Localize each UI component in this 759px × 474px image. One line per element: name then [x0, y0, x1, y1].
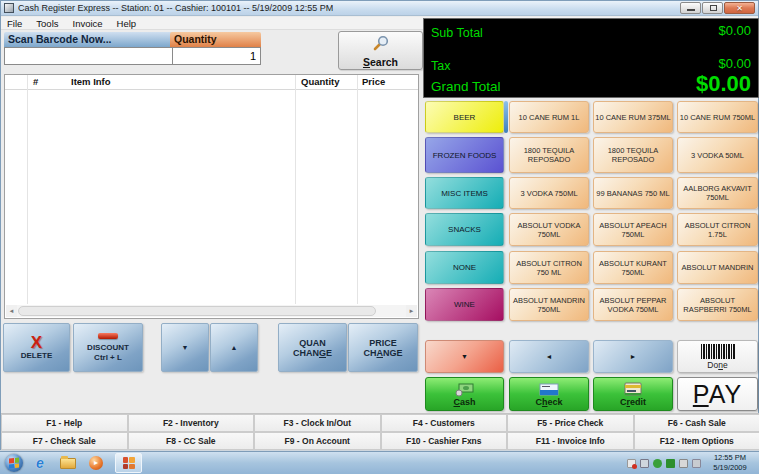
- fkey-f7-check-sale[interactable]: F7 - Check Sale: [1, 432, 128, 450]
- display-icon[interactable]: [640, 459, 649, 468]
- taskbar-active-app[interactable]: [115, 453, 142, 473]
- app-icon: [4, 3, 14, 13]
- fkey-f12-item-options[interactable]: F12 - Item Options: [634, 432, 759, 450]
- quantity-input[interactable]: [172, 47, 261, 65]
- pay-button[interactable]: PAY: [677, 377, 758, 411]
- product-button[interactable]: 10 CANE RUM 1L: [509, 101, 589, 133]
- category-scrollbar[interactable]: [504, 101, 508, 133]
- col-header-number: #: [33, 76, 38, 87]
- fkey-f3-clock[interactable]: F3 - Clock In/Out: [254, 414, 381, 432]
- product-button[interactable]: 1800 TEQUILA REPOSADO: [593, 137, 673, 173]
- discount-button[interactable]: DISCOUNT Ctrl + L: [73, 323, 143, 372]
- category-button-beer[interactable]: BEER: [425, 101, 504, 133]
- scrollbar-track[interactable]: [17, 305, 406, 317]
- product-button[interactable]: ABSOLUT APEACH 750ML: [593, 213, 673, 246]
- product-button[interactable]: ABSOLUT MANDRIN: [677, 251, 758, 284]
- fkey-f4-customers[interactable]: F4 - Customers: [381, 414, 508, 432]
- delete-x-icon: X: [31, 335, 42, 351]
- safely-remove-icon[interactable]: [653, 459, 662, 468]
- check-button[interactable]: Check: [509, 377, 589, 411]
- column-divider: [27, 75, 28, 304]
- product-button[interactable]: 99 BANANAS 750 ML: [593, 177, 673, 209]
- power-icon[interactable]: [679, 459, 688, 468]
- grid-page-down-button[interactable]: ▼: [425, 340, 504, 373]
- move-down-button[interactable]: ▼: [161, 323, 209, 372]
- grid-page-left-button[interactable]: ◄: [509, 340, 589, 373]
- window-title: Cash Register Express -- Station: 01 -- …: [18, 3, 333, 13]
- maximize-button[interactable]: [702, 2, 723, 14]
- fkey-f2-inventory[interactable]: F2 - Inventory: [128, 414, 255, 432]
- fkey-f11-invoice-info[interactable]: F11 - Invoice Info: [507, 432, 634, 450]
- product-button[interactable]: ABSOLUT VODKA 750ML: [509, 213, 589, 246]
- product-button[interactable]: ABSOLUT PEPPAR VODKA 750ML: [593, 288, 673, 321]
- quan-change-label-line2: CHANGE: [293, 348, 332, 358]
- col-header-quantity: Quantity: [301, 76, 340, 87]
- product-button[interactable]: 1800 TEQUILA REPOSADO: [509, 137, 589, 173]
- category-button-snacks[interactable]: SNACKS: [425, 213, 504, 246]
- scrollbar-thumb[interactable]: [18, 306, 376, 316]
- delete-button[interactable]: X DELETE: [3, 323, 70, 372]
- product-button[interactable]: ABSOLUT CITRON 750 ML: [509, 251, 589, 284]
- titlebar[interactable]: Cash Register Express -- Station: 01 -- …: [1, 1, 758, 16]
- close-icon: ✕: [725, 3, 754, 13]
- done-button[interactable]: Done: [677, 340, 758, 373]
- fkey-f9-on-account[interactable]: F9 - On Account: [254, 432, 381, 450]
- horizontal-scrollbar[interactable]: ◄ ►: [6, 305, 417, 317]
- fkey-f8-cc-sale[interactable]: F8 - CC Sale: [128, 432, 255, 450]
- search-button[interactable]: Search: [338, 31, 423, 70]
- action-center-icon[interactable]: [627, 459, 636, 468]
- category-button-frozen-foods[interactable]: FROZEN FOODS: [425, 137, 504, 173]
- product-button[interactable]: ABSOLUT KURANT 750ML: [593, 251, 673, 284]
- internet-explorer-icon[interactable]: e: [29, 454, 51, 472]
- right-arrow-icon: ►: [630, 353, 637, 360]
- check-label: Check: [535, 397, 562, 407]
- menu-file[interactable]: File: [7, 18, 22, 29]
- taskbar-clock[interactable]: 12:55 PM 5/19/2009: [705, 453, 755, 473]
- category-button-misc-items[interactable]: MISC ITEMS: [425, 177, 504, 209]
- network-status-icon[interactable]: [666, 459, 675, 468]
- price-change-button[interactable]: PRICE CHANGE: [348, 323, 418, 372]
- product-button[interactable]: AALBORG AKVAVIT 750ML: [677, 177, 758, 209]
- menu-tools[interactable]: Tools: [36, 18, 58, 29]
- cash-button[interactable]: Cash: [425, 377, 504, 411]
- scroll-right-icon[interactable]: ►: [406, 305, 417, 317]
- up-arrow-icon: ▲: [231, 343, 238, 353]
- category-button-wine[interactable]: WINE: [425, 288, 504, 321]
- media-player-icon[interactable]: ▸: [85, 454, 107, 472]
- category-button-none[interactable]: NONE: [425, 251, 504, 284]
- column-divider: [295, 75, 296, 304]
- fkey-f10-cashier-fxns[interactable]: F10 - Cashier Fxns: [381, 432, 508, 450]
- barcode-icon: [701, 344, 735, 359]
- price-change-label-line2: CHANGE: [363, 348, 402, 358]
- system-tray: [627, 452, 701, 474]
- product-button[interactable]: ABSOLUT RASPBERRI 750ML: [677, 288, 758, 321]
- start-button[interactable]: [5, 454, 23, 472]
- file-explorer-icon[interactable]: [57, 454, 79, 472]
- menu-help[interactable]: Help: [117, 18, 137, 29]
- product-button[interactable]: ABSOLUT CITRON 1.75L: [677, 213, 758, 246]
- product-button[interactable]: ABSOLUT MANDRIN 750ML: [509, 288, 589, 321]
- grid-page-right-button[interactable]: ►: [593, 340, 673, 373]
- invoice-item-list[interactable]: # Item Info Quantity Price ◄ ►: [4, 74, 419, 319]
- product-button[interactable]: 10 CANE RUM 750ML: [677, 101, 758, 133]
- fkey-f1-help[interactable]: F1 - Help: [1, 414, 128, 432]
- close-button[interactable]: ✕: [724, 2, 755, 14]
- product-button[interactable]: 3 VODKA 750ML: [509, 177, 589, 209]
- maximize-icon: [710, 5, 717, 11]
- col-header-price: Price: [362, 76, 385, 87]
- fkey-f5-price-check[interactable]: F5 - Price Check: [507, 414, 634, 432]
- volume-icon[interactable]: [692, 459, 701, 468]
- credit-button[interactable]: Credit: [593, 377, 673, 411]
- product-button[interactable]: 10 CANE RUM 375ML: [593, 101, 673, 133]
- product-button[interactable]: 3 VODKA 50ML: [677, 137, 758, 173]
- discount-minus-icon: [98, 333, 118, 339]
- minimize-button[interactable]: [680, 2, 701, 14]
- scroll-left-icon[interactable]: ◄: [6, 305, 17, 317]
- quantity-change-button[interactable]: QUAN CHANGE: [278, 323, 347, 372]
- menu-invoice[interactable]: Invoice: [73, 18, 103, 29]
- fkey-f6-cash-sale[interactable]: F6 - Cash Sale: [634, 414, 759, 432]
- quantity-label: Quantity: [170, 32, 261, 47]
- discount-label: DISCOUNT: [87, 343, 129, 353]
- move-up-button[interactable]: ▲: [210, 323, 258, 372]
- subtotal-label: Sub Total: [431, 26, 483, 40]
